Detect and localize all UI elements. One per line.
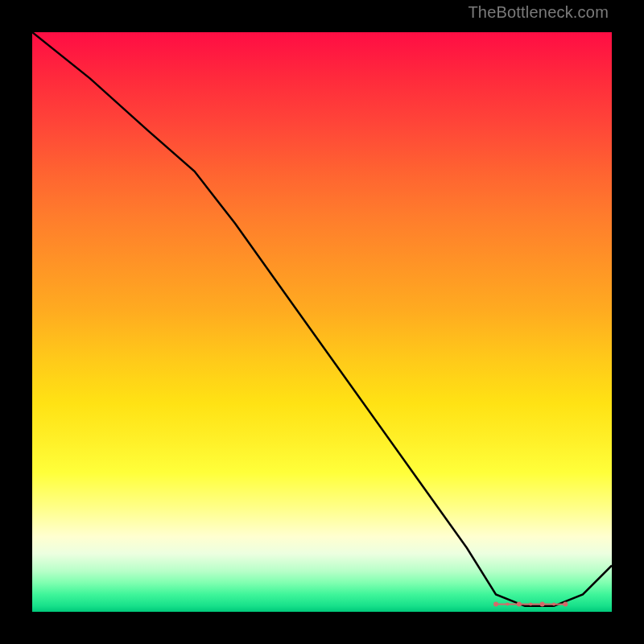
plot-area (32, 32, 612, 612)
floor-marker-dot (563, 602, 568, 607)
curve-path (32, 32, 612, 606)
watermark-text: TheBottleneck.com (468, 3, 609, 22)
line-series (32, 32, 612, 606)
line-chart-svg (32, 32, 612, 612)
chart-frame: TheBottleneck.com (0, 0, 644, 644)
